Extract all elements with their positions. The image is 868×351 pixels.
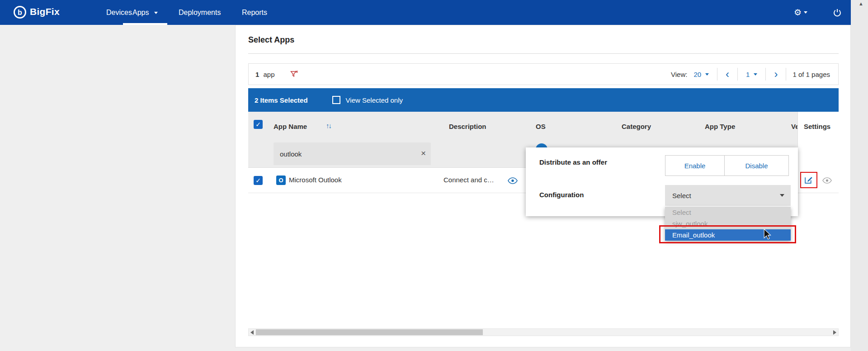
view-description-icon[interactable] <box>508 177 518 184</box>
nav-deployments-label: Deployments <box>179 9 221 16</box>
page-size-value: 20 <box>693 71 701 78</box>
bigfix-logo-icon: b <box>14 6 26 19</box>
pages-info: 1 of 1 pages <box>793 71 830 78</box>
enable-button[interactable]: Enable <box>665 155 725 176</box>
app-count: 1 app <box>255 71 275 78</box>
divider <box>248 53 839 54</box>
scroll-up-icon[interactable]: ▲ <box>859 1 863 6</box>
nav-apps[interactable]: Apps <box>123 0 167 25</box>
sort-down-icon: ↓ <box>329 122 331 129</box>
divider <box>786 68 786 81</box>
annotation-box-edit <box>800 172 817 188</box>
annotation-box-option <box>659 225 796 243</box>
disable-button[interactable]: Disable <box>724 155 789 176</box>
divider <box>737 68 738 81</box>
items-selected-text: 2 Items Selected <box>255 96 308 104</box>
configuration-label: Configuration <box>539 191 584 199</box>
configuration-select[interactable]: Select <box>665 185 791 206</box>
nav-reports[interactable]: Reports <box>242 0 267 25</box>
chevron-down-icon <box>754 73 757 76</box>
scrollbar-thumb[interactable] <box>256 329 483 335</box>
distribute-offer-label: Distribute as an offer <box>539 158 607 166</box>
scroll-left-icon[interactable] <box>250 330 254 335</box>
app-count-suffix: app <box>264 71 275 78</box>
view-selected-only-checkbox[interactable] <box>332 96 340 104</box>
page-title: Select Apps <box>248 35 294 45</box>
brand-name[interactable]: BigFix <box>30 6 60 17</box>
column-description[interactable]: Description <box>449 123 486 130</box>
sort-icon[interactable]: ↑↓ <box>326 122 331 129</box>
enable-button-label: Enable <box>684 162 706 170</box>
chevron-down-icon <box>154 12 158 14</box>
app-name-filter-input[interactable] <box>274 142 431 165</box>
selection-bar: 2 Items Selected View Selected only <box>248 88 839 112</box>
row-checkbox[interactable]: ✓ <box>254 176 263 185</box>
chevron-down-icon <box>705 73 709 76</box>
chevron-down-icon <box>804 11 807 14</box>
page-size-dropdown[interactable]: 20 <box>687 67 715 81</box>
filter-clear-icon[interactable] <box>290 70 298 78</box>
select-apps-panel: Select Apps 1 app View: 20 ‹ 1 <box>235 25 851 347</box>
settings-menu[interactable]: ⚙ <box>794 0 807 25</box>
nav-reports-label: Reports <box>242 9 267 16</box>
chevron-down-icon <box>780 194 784 197</box>
settings-column: Settings <box>797 112 839 193</box>
column-settings: Settings <box>804 123 830 130</box>
select-all-checkbox[interactable]: ✓ <box>254 120 263 129</box>
power-icon <box>833 8 842 17</box>
app-count-number: 1 <box>255 71 259 78</box>
divider <box>765 68 766 81</box>
description-cell: Connect and c… <box>443 176 494 184</box>
clear-filter-icon[interactable]: × <box>421 148 426 158</box>
vertical-scrollbar[interactable]: ▲ <box>851 0 868 351</box>
top-navigation: b BigFix Devices Apps Deployments Report… <box>0 0 851 25</box>
logout-button[interactable] <box>833 0 842 25</box>
gear-icon: ⚙ <box>794 7 802 18</box>
divider <box>717 68 717 81</box>
configuration-select-value: Select <box>672 192 691 199</box>
app-name-cell: Microsoft Outlook <box>289 176 342 184</box>
next-page-button[interactable]: › <box>768 67 784 81</box>
nav-apps-label: Apps <box>132 9 149 16</box>
view-selected-only-label: View Selected only <box>346 96 403 104</box>
column-app-type[interactable]: App Type <box>705 123 735 130</box>
view-settings-icon[interactable] <box>822 177 832 184</box>
previous-page-button[interactable]: ‹ <box>719 67 736 81</box>
view-label: View: <box>671 71 687 78</box>
page-number-dropdown[interactable]: 1 <box>740 67 764 81</box>
table-toolbar: 1 app View: 20 ‹ 1 › 1 of 1 p <box>248 63 839 85</box>
page-number-value: 1 <box>746 71 750 78</box>
outlook-app-icon: O <box>276 176 286 185</box>
nav-deployments[interactable]: Deployments <box>179 0 221 25</box>
column-category[interactable]: Category <box>622 123 651 130</box>
disable-button-label: Disable <box>745 162 768 170</box>
dropdown-option-select[interactable]: Select <box>665 207 791 218</box>
scroll-right-icon[interactable] <box>833 330 836 335</box>
horizontal-scrollbar[interactable] <box>248 328 839 336</box>
column-os[interactable]: OS <box>536 123 546 130</box>
column-app-name[interactable]: App Name <box>274 123 307 130</box>
